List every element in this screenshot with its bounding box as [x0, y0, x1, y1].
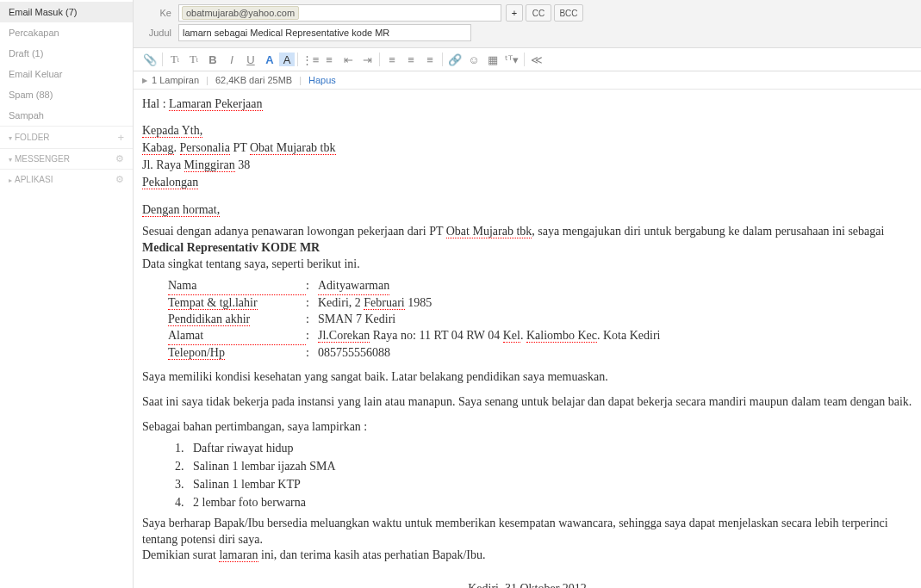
- chevron-right-icon: ▸: [9, 176, 12, 184]
- align-left-icon[interactable]: ≡: [383, 51, 401, 68]
- signature-location: Kediri, 31 Oktober 2012: [142, 581, 912, 588]
- attachment-size: 62,4KB dari 25MB: [215, 75, 292, 85]
- sidebar-item-draft[interactable]: Draft (1): [0, 43, 133, 64]
- bullet-list-icon[interactable]: ⋮≡: [301, 51, 320, 68]
- email-body-editor[interactable]: Hal : Lamaran Pekerjaan Kepada Yth, Kaba…: [134, 90, 921, 588]
- sidebar-apps-toggle[interactable]: ▸APLIKASI⚙: [0, 169, 133, 189]
- cc-button[interactable]: CC: [526, 4, 551, 22]
- recipient-chip[interactable]: obatmujarab@yahoo.com: [182, 6, 299, 20]
- number-list-icon[interactable]: ≡: [320, 51, 339, 68]
- sidebar-item-trash[interactable]: Sampah: [0, 105, 133, 126]
- chevron-down-icon: ▾: [9, 156, 12, 164]
- bcc-button[interactable]: BCC: [554, 4, 583, 22]
- sidebar-item-sent[interactable]: Email Keluar: [0, 64, 133, 84]
- subject-label: Judul: [140, 28, 178, 38]
- font-smaller-icon[interactable]: Tt: [184, 51, 203, 68]
- add-recipient-button[interactable]: +: [506, 4, 523, 22]
- main-area: Ke obatmujarab@yahoo.com + CC BCC Judul …: [134, 0, 921, 588]
- sidebar-item-conversations[interactable]: Percakapan: [0, 22, 133, 43]
- attachment-bar: ▶ 1 Lampiran | 62,4KB dari 25MB | Hapus: [134, 71, 921, 90]
- attachment-delete-link[interactable]: Hapus: [308, 75, 336, 85]
- attach-icon[interactable]: 📎: [140, 51, 159, 68]
- sidebar-messenger-toggle[interactable]: ▾MESSENGER⚙: [0, 148, 133, 169]
- more-icon[interactable]: ᵗᵀ▾: [502, 51, 521, 68]
- chevron-down-icon: ▾: [9, 134, 12, 142]
- subject-input[interactable]: [178, 24, 471, 41]
- bold-icon[interactable]: B: [203, 51, 222, 68]
- collapse-icon[interactable]: ≪: [527, 51, 546, 68]
- plus-icon[interactable]: +: [117, 131, 124, 144]
- align-center-icon[interactable]: ≡: [401, 51, 420, 68]
- align-right-icon[interactable]: ≡: [420, 51, 439, 68]
- link-icon[interactable]: 🔗: [445, 51, 464, 68]
- italic-icon[interactable]: I: [222, 51, 241, 68]
- gear-icon[interactable]: ⚙: [115, 174, 124, 185]
- to-input[interactable]: obatmujarab@yahoo.com: [178, 4, 501, 22]
- sidebar-folder-toggle[interactable]: ▾FOLDER+: [0, 126, 133, 148]
- to-label: Ke: [140, 8, 178, 18]
- emoji-icon[interactable]: ☺: [464, 51, 483, 68]
- highlight-icon[interactable]: A: [279, 53, 295, 66]
- indent-icon[interactable]: ⇥: [358, 51, 376, 68]
- outdent-icon[interactable]: ⇤: [339, 51, 358, 68]
- insert-icon[interactable]: ▦: [483, 51, 502, 68]
- text-color-icon[interactable]: A: [260, 51, 279, 68]
- chevron-right-icon[interactable]: ▶: [142, 77, 147, 84]
- underline-icon[interactable]: U: [241, 51, 260, 68]
- font-larger-icon[interactable]: Tt: [165, 51, 184, 68]
- gear-icon[interactable]: ⚙: [115, 153, 124, 164]
- compose-header: Ke obatmujarab@yahoo.com + CC BCC Judul: [134, 0, 921, 48]
- sidebar: Email Masuk (7) Percakapan Draft (1) Ema…: [0, 0, 134, 588]
- attachment-count: 1 Lampiran: [152, 75, 199, 85]
- sidebar-item-spam[interactable]: Spam (88): [0, 84, 133, 105]
- formatting-toolbar: 📎 Tt Tt B I U A A ⋮≡ ≡ ⇤ ⇥ ≡ ≡ ≡ 🔗 ☺ ▦ ᵗ…: [134, 48, 921, 71]
- sidebar-item-inbox[interactable]: Email Masuk (7): [0, 2, 133, 22]
